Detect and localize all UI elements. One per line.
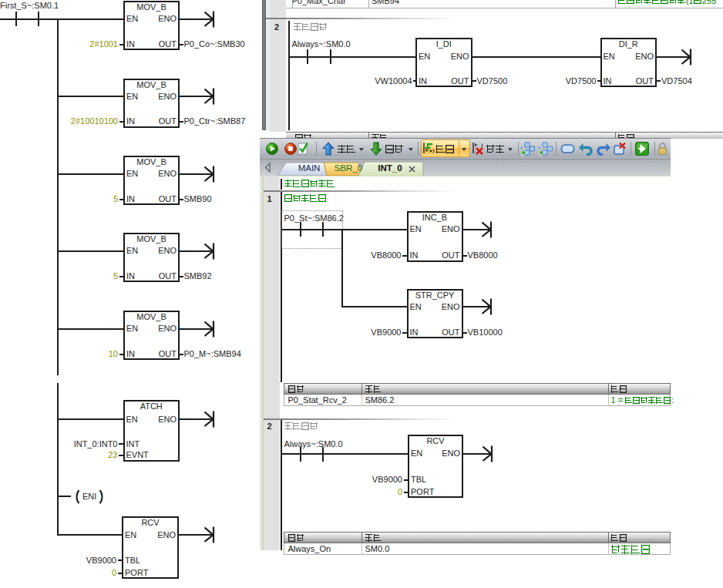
svg-text:INT_0: INT_0 [378,163,402,173]
svg-text:SBR_0: SBR_0 [335,163,362,173]
svg-text:MAIN: MAIN [298,163,321,173]
